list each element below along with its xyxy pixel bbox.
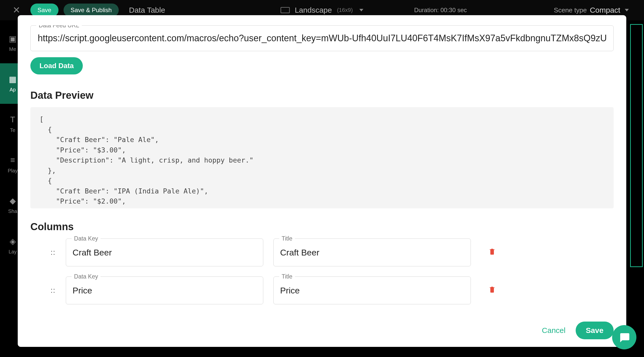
data-key-field: Data Key	[66, 239, 263, 266]
scene-type-label: Scene type	[554, 6, 587, 14]
playlist-icon: ≡	[8, 156, 17, 165]
sidebar-item-label: Te	[10, 127, 15, 133]
load-data-button[interactable]: Load Data	[30, 57, 83, 74]
data-key-label: Data Key	[72, 273, 101, 280]
chevron-down-icon	[625, 9, 629, 11]
drag-handle-icon[interactable]: ::	[51, 286, 56, 294]
data-key-input[interactable]	[73, 248, 256, 257]
data-key-field: Data Key	[66, 276, 263, 304]
sidebar-item-label: Sha	[8, 208, 17, 214]
shapes-icon: ◆	[8, 196, 17, 205]
url-field-wrapper: Data Feed URL	[30, 25, 614, 51]
chat-fab[interactable]	[612, 325, 636, 349]
sidebar-item-label: Lay	[9, 249, 17, 255]
data-preview-box: [ { "Craft Beer": "Pale Ale", "Price": "…	[30, 107, 614, 208]
columns-title: Columns	[30, 221, 614, 232]
orientation-group[interactable]: Landscape (16x9)	[280, 6, 363, 14]
sidebar-item-label: Ap	[10, 87, 16, 93]
title-field: Title	[273, 239, 471, 266]
title-field: Title	[273, 276, 471, 304]
modal-footer: Cancel Save	[30, 316, 614, 339]
orientation-label: Landscape	[295, 6, 332, 14]
drag-handle-icon[interactable]: ::	[51, 248, 56, 256]
title-input[interactable]	[280, 248, 464, 257]
save-button[interactable]: Save	[30, 4, 58, 17]
chat-icon	[618, 331, 630, 343]
landscape-icon	[280, 7, 290, 13]
trash-icon[interactable]	[489, 247, 496, 257]
aspect-ratio: (16x9)	[337, 7, 353, 13]
column-row: :: Data Key Title	[30, 239, 614, 266]
save-publish-button[interactable]: Save & Publish	[64, 4, 119, 17]
title-label: Title	[279, 273, 295, 280]
scene-type-value: Compact	[590, 6, 620, 14]
modal-body: Data Feed URL Load Data Data Preview [ {…	[30, 25, 614, 316]
trash-icon[interactable]	[489, 285, 496, 295]
column-row: :: Data Key Title	[30, 276, 614, 304]
sidebar-item-label: Me	[9, 46, 16, 52]
close-icon[interactable]: ✕	[13, 5, 20, 15]
data-table-modal: Data Feed URL Load Data Data Preview [ {…	[18, 15, 626, 347]
title-input[interactable]	[280, 286, 464, 295]
url-input[interactable]	[38, 33, 606, 44]
page-title: Data Table	[129, 6, 165, 14]
grid-icon: ▦	[8, 75, 17, 84]
canvas-selection[interactable]	[630, 24, 643, 267]
url-field-label: Data Feed URL	[36, 25, 82, 29]
modal-save-button[interactable]: Save	[576, 322, 614, 339]
duration-label: Duration: 00:30 sec	[414, 7, 467, 14]
data-key-input[interactable]	[73, 286, 256, 295]
sidebar-item-label: Play	[8, 168, 18, 174]
layers-icon: ◈	[8, 237, 17, 246]
columns-list: :: Data Key Title :: Data Key	[30, 239, 614, 304]
cancel-button[interactable]: Cancel	[542, 326, 566, 335]
title-label: Title	[279, 235, 295, 242]
scene-type-dropdown[interactable]: Scene type Compact	[554, 6, 629, 14]
data-preview-title: Data Preview	[30, 90, 614, 101]
image-icon: ▣	[8, 34, 17, 43]
data-key-label: Data Key	[72, 235, 101, 242]
text-icon: T	[8, 115, 17, 124]
chevron-down-icon	[359, 9, 364, 11]
